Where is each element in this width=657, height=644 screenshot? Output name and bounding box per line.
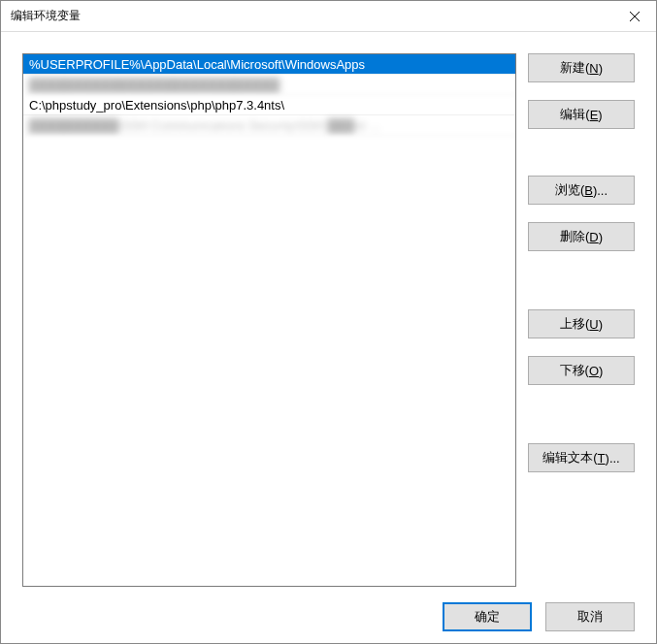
cancel-button[interactable]: 取消 bbox=[545, 602, 635, 631]
move-down-button[interactable]: 下移(O) bbox=[528, 356, 635, 385]
list-item[interactable]: ████████████████████████████ bbox=[23, 75, 515, 95]
close-button[interactable] bbox=[612, 2, 656, 31]
window-title: 编辑环境变量 bbox=[11, 8, 81, 24]
edit-button[interactable]: 编辑(E) bbox=[528, 100, 635, 129]
edit-text-button[interactable]: 编辑文本(T)... bbox=[528, 443, 635, 472]
browse-button[interactable]: 浏览(B)... bbox=[528, 176, 635, 205]
new-button[interactable]: 新建(N) bbox=[528, 53, 635, 82]
dialog-footer: 确定 取消 bbox=[22, 587, 635, 631]
close-icon bbox=[630, 12, 640, 21]
move-up-button[interactable]: 上移(U) bbox=[528, 309, 635, 338]
list-item[interactable]: %USERPROFILE%\AppData\Local\Microsoft\Wi… bbox=[23, 54, 515, 75]
list-item[interactable]: ██████████\SSH Communications Security\S… bbox=[23, 115, 515, 136]
main-row: %USERPROFILE%\AppData\Local\Microsoft\Wi… bbox=[22, 53, 635, 587]
titlebar: 编辑环境变量 bbox=[1, 1, 656, 32]
delete-button[interactable]: 删除(D) bbox=[528, 222, 635, 251]
ok-button[interactable]: 确定 bbox=[443, 602, 532, 631]
path-listbox[interactable]: %USERPROFILE%\AppData\Local\Microsoft\Wi… bbox=[22, 53, 516, 587]
button-column: 新建(N) 编辑(E) 浏览(B)... 删除(D) 上移(U) 下移(O) 编… bbox=[528, 53, 635, 587]
list-item[interactable]: C:\phpstudy_pro\Extensions\php\php7.3.4n… bbox=[23, 95, 515, 115]
dialog-body: %USERPROFILE%\AppData\Local\Microsoft\Wi… bbox=[1, 32, 656, 643]
